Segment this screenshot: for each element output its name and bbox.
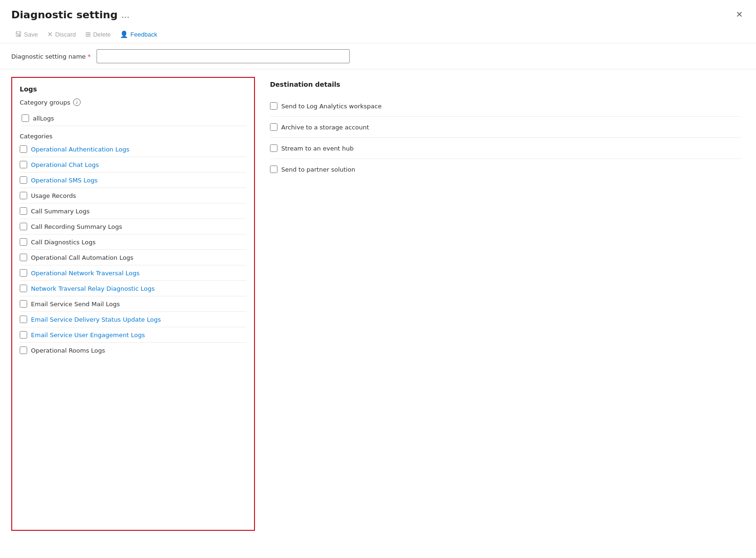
category-row: Operational Call Automation Logs [20,250,247,265]
delete-label: Delete [93,31,111,38]
category-label: Usage Records [31,192,76,199]
destination-checkbox[interactable] [270,166,277,173]
category-checkbox[interactable] [20,331,27,339]
category-checkbox[interactable] [20,176,27,184]
destination-row: Archive to a storage account [270,117,741,138]
category-label: Call Summary Logs [31,208,90,215]
feedback-icon: 👤 [120,30,128,38]
destination-checkbox[interactable] [270,144,277,152]
delete-icon: ⊞ [85,30,91,38]
logs-panel: Logs Category groups i allLogs Categorie… [11,77,255,531]
destination-row: Stream to an event hub [270,138,741,159]
destination-title: Destination details [270,81,741,88]
category-row: Operational Authentication Logs [20,142,247,157]
category-row: Operational Rooms Logs [20,343,247,358]
logs-panel-title: Logs [20,85,247,93]
category-label: Call Recording Summary Logs [31,223,122,230]
alllogs-row: allLogs [22,111,247,126]
category-checkbox[interactable] [20,192,27,199]
category-row: Usage Records [20,188,247,204]
category-checkbox[interactable] [20,207,27,215]
destination-checkbox[interactable] [270,123,277,131]
save-button[interactable]: 🖫 Save [11,28,42,40]
category-checkbox[interactable] [20,145,27,153]
toolbar: 🖫 Save ✕ Discard ⊞ Delete 👤 Feedback [0,25,756,44]
categories-title: Categories [20,133,247,140]
discard-icon: ✕ [47,30,53,38]
feedback-button[interactable]: 👤 Feedback [116,28,161,40]
alllogs-checkbox[interactable] [22,114,29,122]
close-button[interactable]: ✕ [734,8,745,22]
destination-label: Send to Log Analytics workspace [281,103,382,110]
category-row: Operational Chat Logs [20,157,247,173]
ellipsis-menu[interactable]: ... [121,10,129,20]
discard-button[interactable]: ✕ Discard [44,28,80,40]
destination-label: Archive to a storage account [281,124,369,131]
category-label: Call Diagnostics Logs [31,239,96,246]
delete-button[interactable]: ⊞ Delete [82,28,115,40]
category-checkbox[interactable] [20,223,27,230]
page-title: Diagnostic setting [11,9,118,21]
destination-label: Stream to an event hub [281,145,354,152]
discard-label: Discard [55,31,76,38]
save-label: Save [24,31,38,38]
destination-row: Send to Log Analytics workspace [270,96,741,117]
alllogs-label: allLogs [33,115,54,122]
category-groups-header: Category groups i [20,98,247,106]
setting-name-label: Diagnostic setting name * [11,53,91,60]
categories-list: Operational Authentication LogsOperation… [20,142,247,358]
destination-label: Send to partner solution [281,166,355,173]
category-label: Email Service Delivery Status Update Log… [31,316,161,323]
category-label: Email Service User Engagement Logs [31,332,145,339]
title-bar: Diagnostic setting ... ✕ [0,0,756,25]
category-row: Email Service Send Mail Logs [20,296,247,312]
category-label: Operational SMS Logs [31,177,97,184]
info-icon[interactable]: i [73,98,81,106]
category-label: Operational Chat Logs [31,161,99,168]
title-bar-left: Diagnostic setting ... [11,9,129,21]
category-label: Operational Authentication Logs [31,146,129,153]
category-row: Email Service User Engagement Logs [20,327,247,343]
destination-row: Send to partner solution [270,159,741,180]
category-row: Call Summary Logs [20,204,247,219]
category-row: Call Recording Summary Logs [20,219,247,234]
category-label: Email Service Send Mail Logs [31,301,120,308]
destination-panel: Destination details Send to Log Analytic… [255,69,756,538]
feedback-label: Feedback [130,31,157,38]
required-star: * [86,53,91,60]
save-icon: 🖫 [15,30,22,38]
setting-name-input[interactable] [97,49,350,63]
category-checkbox[interactable] [20,285,27,292]
category-checkbox[interactable] [20,269,27,277]
category-row: Email Service Delivery Status Update Log… [20,312,247,327]
category-label: Operational Rooms Logs [31,347,105,354]
main-content: Logs Category groups i allLogs Categorie… [0,69,756,538]
category-checkbox[interactable] [20,238,27,246]
destination-checkbox[interactable] [270,102,277,110]
category-checkbox[interactable] [20,254,27,261]
category-row: Network Traversal Relay Diagnostic Logs [20,281,247,296]
category-checkbox[interactable] [20,316,27,323]
category-groups-label: Category groups [20,99,70,106]
categories-section: Categories Operational Authentication Lo… [20,133,247,358]
category-label: Operational Call Automation Logs [31,254,134,261]
category-checkbox[interactable] [20,161,27,168]
category-row: Operational Network Traversal Logs [20,265,247,281]
setting-name-row: Diagnostic setting name * [0,44,756,69]
category-checkbox[interactable] [20,300,27,308]
category-checkbox[interactable] [20,347,27,354]
category-row: Operational SMS Logs [20,173,247,188]
category-row: Call Diagnostics Logs [20,234,247,250]
category-label: Network Traversal Relay Diagnostic Logs [31,285,155,292]
category-label: Operational Network Traversal Logs [31,270,140,277]
destinations-list: Send to Log Analytics workspaceArchive t… [270,96,741,180]
